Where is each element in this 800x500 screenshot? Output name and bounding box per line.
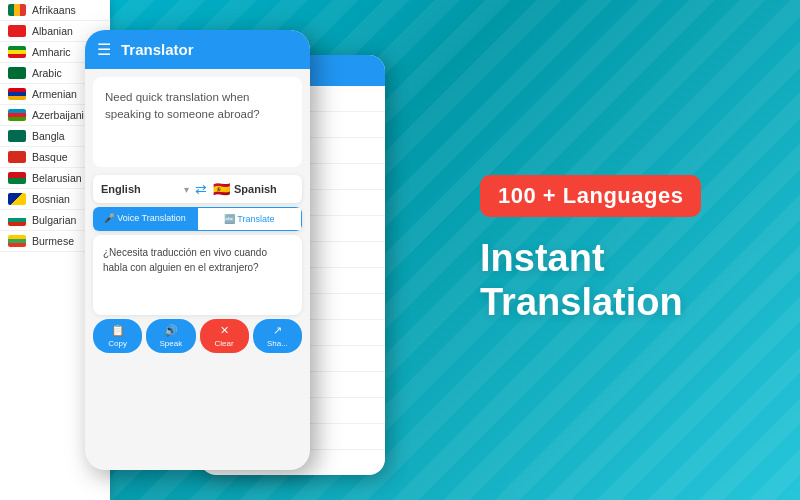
tab-voice-translation[interactable]: 🎤 Voice Translation <box>93 207 197 231</box>
action-buttons: 📋 Copy 🔊 Speak ✕ Clear ↗ Sha... <box>93 319 302 353</box>
tabs-row: 🎤 Voice Translation 🔤 Translate <box>93 207 302 231</box>
translation-output: ¿Necesita traducción en vivo cuando habl… <box>93 235 302 315</box>
swap-icon[interactable]: ⇄ <box>189 181 213 197</box>
speaker-icon: 🔊 <box>164 324 178 337</box>
clear-icon: ✕ <box>220 324 229 337</box>
app-header: ☰ Translator <box>85 30 310 69</box>
phones-area: Languages Afrikaans Albanian Amharic Ara… <box>0 0 460 500</box>
target-language[interactable]: Spanish <box>234 183 294 195</box>
language-selector-row: English ▾ ⇄ 🇪🇸 Spanish <box>93 175 302 203</box>
copy-button[interactable]: 📋 Copy <box>93 319 142 353</box>
headline: Instant Translation <box>480 237 683 324</box>
source-language[interactable]: English <box>101 183 182 195</box>
copy-icon: 📋 <box>111 324 125 337</box>
translate-icon: 🔤 <box>224 214 235 224</box>
hamburger-icon[interactable]: ☰ <box>97 40 111 59</box>
right-area: 100 + Languages Instant Translation <box>460 0 800 500</box>
target-language-area: 🇪🇸 Spanish <box>213 181 294 197</box>
share-button[interactable]: ↗ Sha... <box>253 319 302 353</box>
flag-es-icon: 🇪🇸 <box>213 181 230 197</box>
translated-text: ¿Necesita traducción en vivo cuando habl… <box>103 245 292 275</box>
languages-badge: 100 + Languages <box>480 175 701 217</box>
clear-button[interactable]: ✕ Clear <box>200 319 249 353</box>
headline-line1: Instant <box>480 237 605 279</box>
tab-translate[interactable]: 🔤 Translate <box>197 207 303 231</box>
headline-line2: Translation <box>480 281 683 323</box>
prompt-text: Need quick translation when speaking to … <box>105 89 290 124</box>
speak-button[interactable]: 🔊 Speak <box>146 319 195 353</box>
share-icon: ↗ <box>273 324 282 337</box>
content-wrapper: Afrikaans Albanian Amharic Arabic Armeni… <box>0 0 800 500</box>
input-area[interactable]: Need quick translation when speaking to … <box>93 77 302 167</box>
app-title: Translator <box>121 41 194 58</box>
mic-icon: 🎤 <box>104 213 115 223</box>
phone-front: ☰ Translator Need quick translation when… <box>85 30 310 470</box>
